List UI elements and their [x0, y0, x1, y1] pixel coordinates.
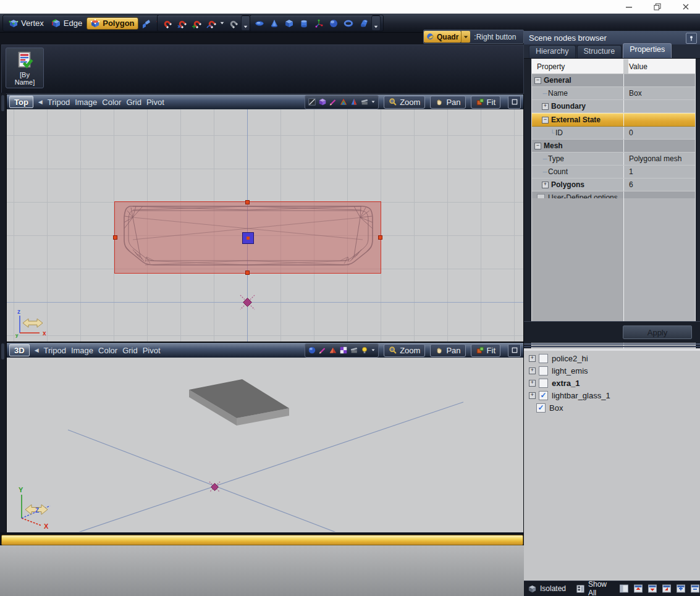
wire-toggle-button[interactable]: [308, 98, 316, 106]
create-helper-axes-button[interactable]: [312, 17, 326, 30]
checkbox-checked[interactable]: ✓: [536, 403, 546, 413]
collapse-arrow-icon[interactable]: ◀: [38, 99, 43, 105]
maximize-viewport-button[interactable]: [508, 344, 521, 357]
zoom-button[interactable]: Zoom: [384, 96, 425, 109]
expander-plus-icon[interactable]: +: [542, 182, 549, 188]
caret-down-icon[interactable]: [371, 348, 376, 353]
expander-plus-icon[interactable]: +: [529, 392, 536, 399]
fit-button[interactable]: Fit: [471, 96, 500, 109]
minimize-button[interactable]: [615, 0, 643, 14]
viewport-top-canvas[interactable]: z y x: [7, 109, 523, 342]
faces-stack-button[interactable]: [140, 17, 153, 30]
render-clapper-button[interactable]: [350, 346, 358, 355]
create-sphere-button[interactable]: [327, 17, 340, 30]
checkbox-checked[interactable]: ✓: [539, 391, 548, 400]
expander-minus-icon[interactable]: −: [534, 143, 541, 149]
maximize-button[interactable]: [643, 0, 672, 14]
dock-2-button[interactable]: [633, 584, 643, 594]
render-clapper-button[interactable]: [360, 98, 369, 106]
light-bulb-button[interactable]: [360, 346, 369, 355]
overflow-button[interactable]: [241, 15, 250, 31]
panel-splitter[interactable]: [524, 342, 700, 348]
close-button[interactable]: [672, 0, 700, 14]
mode-button-vertex[interactable]: Vertex: [6, 18, 47, 29]
pan-button[interactable]: Pan: [430, 96, 465, 109]
menu-pivot[interactable]: Pivot: [146, 98, 164, 107]
zoom-button[interactable]: Zoom: [384, 344, 425, 357]
shade-cube-button[interactable]: [318, 98, 327, 106]
expander-minus-icon[interactable]: −: [534, 77, 541, 84]
sphere-shaded-button[interactable]: [308, 346, 316, 355]
maximize-viewport-button[interactable]: [508, 96, 521, 109]
mode-button-polygon[interactable]: Polygon: [86, 17, 138, 30]
quadr-dropdown[interactable]: [461, 31, 470, 43]
menu-grid[interactable]: Grid: [122, 346, 138, 355]
quadr-button[interactable]: Quadr: [424, 31, 461, 43]
apply-button[interactable]: Apply: [623, 325, 692, 339]
tree-item-lightbar_glass_1[interactable]: +✓lightbar_glass_1: [524, 389, 700, 401]
menu-color[interactable]: Color: [102, 98, 121, 107]
property-row-boundary[interactable]: +Boundary: [532, 100, 695, 113]
property-row-general[interactable]: −General: [532, 74, 695, 87]
show-all-button[interactable]: Show All: [588, 581, 609, 596]
create-tube-button[interactable]: [356, 17, 370, 30]
uv-checker-button[interactable]: [339, 346, 348, 355]
box-mesh[interactable]: [7, 358, 522, 532]
draw-pencil-button[interactable]: [329, 98, 337, 106]
menu-pivot[interactable]: Pivot: [143, 346, 161, 355]
checkbox-unchecked[interactable]: [539, 354, 548, 363]
expander-plus-icon[interactable]: +: [529, 355, 536, 362]
expander-plus-icon[interactable]: +: [529, 367, 536, 374]
pin-icon[interactable]: [686, 33, 697, 44]
tab-hierarchy[interactable]: Hierarchy: [529, 45, 576, 58]
material-stack-button[interactable]: [339, 98, 348, 106]
viewport-label-3d[interactable]: 3D: [9, 344, 30, 356]
select-by-name-button[interactable]: [By Name]: [6, 48, 44, 88]
tab-structure[interactable]: Structure: [577, 45, 622, 58]
tree-item-police2_hi[interactable]: +police2_hi: [524, 352, 700, 364]
create-cylinder-button[interactable]: [297, 17, 311, 30]
magnet-button[interactable]: [160, 17, 174, 30]
tab-properties[interactable]: Properties: [623, 43, 672, 58]
viewport-3d-canvas[interactable]: Y X Z: [7, 358, 523, 533]
create-torus-button[interactable]: [342, 17, 355, 30]
tree-item-extra_1[interactable]: +extra_1: [524, 377, 700, 389]
caret-down-icon[interactable]: [371, 99, 376, 104]
menu-grid[interactable]: Grid: [126, 98, 141, 107]
menu-tripod[interactable]: Tripod: [44, 346, 66, 355]
dock-4-button[interactable]: [662, 584, 672, 594]
draw-pencil-button[interactable]: [318, 346, 327, 355]
collapse-arrow-icon[interactable]: ◀: [35, 347, 39, 353]
menu-image[interactable]: Image: [75, 98, 97, 107]
menu-tripod[interactable]: Tripod: [48, 98, 70, 107]
pan-button[interactable]: Pan: [430, 344, 465, 357]
property-row-name[interactable]: ─NameBox: [532, 87, 695, 100]
cone-tool-button[interactable]: [350, 98, 358, 106]
menu-image[interactable]: Image: [71, 346, 93, 355]
create-disc-button[interactable]: [253, 17, 266, 30]
expander-plus-icon[interactable]: +: [542, 103, 549, 110]
dock-handle[interactable]: [1, 343, 4, 359]
checkbox-unchecked[interactable]: [539, 366, 548, 376]
tree-item-light_emis[interactable]: +light_emis: [524, 364, 700, 377]
overflow-button[interactable]: [371, 15, 381, 31]
property-row-mesh[interactable]: −Mesh: [532, 140, 695, 153]
collapsed-panel-bar[interactable]: [1, 535, 523, 545]
menu-color[interactable]: Color: [98, 346, 117, 355]
property-row-type[interactable]: ─TypePolygonal mesh: [532, 153, 695, 166]
property-row-external-state[interactable]: −External State: [532, 113, 695, 127]
dock-5-button[interactable]: [676, 584, 686, 594]
checkbox-unchecked[interactable]: [539, 379, 548, 388]
pyramid-tool-button[interactable]: [329, 346, 337, 355]
dock-6-button[interactable]: [690, 584, 700, 594]
magnet-vertex-button[interactable]: [175, 17, 188, 30]
magnet-grid-button[interactable]: [190, 17, 203, 30]
fit-button[interactable]: Fit: [471, 344, 500, 357]
dock-1-button[interactable]: [619, 584, 629, 594]
create-cone-button[interactable]: [268, 17, 281, 30]
isolated-button[interactable]: Isolated: [540, 584, 566, 593]
mode-button-edge[interactable]: Edge: [48, 18, 85, 29]
viewport-label-top[interactable]: Top: [9, 96, 33, 108]
property-row-polygons[interactable]: +Polygons6: [532, 178, 695, 191]
dock-handle[interactable]: [1, 95, 4, 111]
